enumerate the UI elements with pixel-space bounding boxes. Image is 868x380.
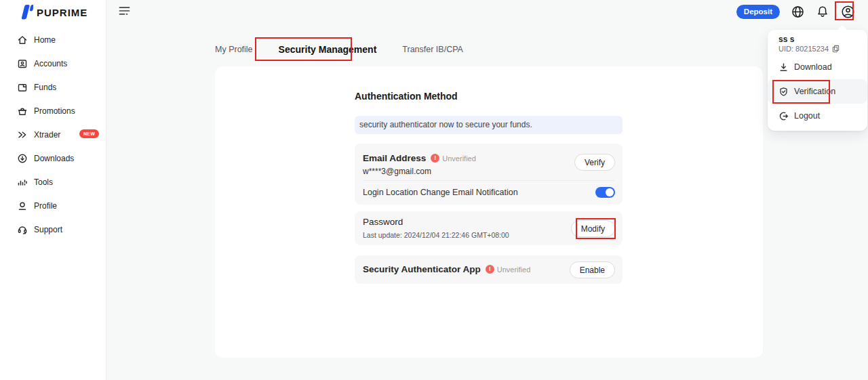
modify-button[interactable]: Modify — [571, 220, 615, 237]
email-status-badge: ! Unverified — [431, 154, 476, 163]
user-uid: UID: 80215234 — [778, 45, 829, 53]
password-title-row: Password — [363, 217, 403, 227]
funds-icon — [17, 82, 28, 93]
email-title-row: Email Address ! Unverified — [363, 153, 476, 163]
tab-my-profile[interactable]: My Profile — [215, 45, 261, 54]
email-status-text: Unverified — [442, 154, 476, 163]
menu-item-label: Logout — [794, 111, 820, 121]
collapse-menu-icon[interactable] — [119, 6, 130, 16]
password-last-update: Last update: 2024/12/04 21:22:46 GMT+08:… — [363, 231, 509, 239]
menu-item-download[interactable]: Download — [768, 55, 867, 79]
brand-logo[interactable]: PUPRIME — [19, 4, 87, 20]
profile-tabs: My Profile Security Management Transfer … — [215, 37, 471, 61]
download-icon — [778, 62, 789, 72]
sidebar-item-label: Downloads — [34, 154, 74, 163]
divider — [363, 180, 614, 181]
password-section: Password Last update: 2024/12/04 21:22:4… — [355, 211, 623, 245]
xtrader-icon — [17, 129, 28, 140]
user-menu-items: Download Verification Logout — [768, 55, 867, 128]
sidebar-item-funds[interactable]: Funds — [0, 75, 106, 99]
verify-button[interactable]: Verify — [574, 154, 615, 171]
sidebar-item-label: Accounts — [34, 59, 67, 68]
new-badge: NEW — [79, 129, 99, 138]
tab-security-management[interactable]: Security Management — [261, 44, 395, 55]
security-management-panel: Authentication Method security authentic… — [215, 66, 763, 358]
tools-icon — [17, 177, 28, 188]
menu-item-verification[interactable]: Verification — [768, 79, 867, 104]
security-banner: security authenticator now to secure you… — [355, 116, 623, 134]
enable-button[interactable]: Enable — [570, 261, 615, 278]
section-heading: Authentication Method — [355, 91, 458, 102]
password-title: Password — [363, 217, 403, 227]
sidebar-item-downloads[interactable]: Downloads — [0, 146, 106, 170]
globe-icon[interactable] — [790, 4, 805, 19]
menu-item-label: Verification — [794, 87, 835, 96]
sidebar-item-label: Home — [34, 35, 56, 45]
profile-icon — [17, 200, 28, 211]
sidebar-item-label: Promotions — [34, 106, 75, 116]
user-name: ss s — [778, 35, 794, 44]
sidebar-item-label: Profile — [34, 201, 57, 211]
authenticator-title: Security Authenticator App — [363, 264, 481, 274]
deposit-button[interactable]: Deposit — [736, 5, 780, 19]
dropdown-caret — [837, 25, 847, 35]
email-section: Email Address ! Unverified w****3@gmail.… — [355, 144, 623, 205]
authenticator-title-row: Security Authenticator App ! Unverified — [363, 264, 530, 274]
sidebar-item-label: Support — [34, 225, 62, 234]
user-uid-row: UID: 80215234 — [778, 45, 840, 53]
avatar-icon[interactable] — [840, 4, 855, 19]
sidebar-item-promotions[interactable]: Promotions — [0, 99, 106, 123]
bell-icon[interactable] — [815, 4, 830, 19]
login-notification-label: Login Location Change Email Notification — [363, 188, 518, 197]
sidebar-item-accounts[interactable]: Accounts — [0, 51, 106, 75]
topbar-actions: Deposit — [736, 4, 855, 19]
sidebar-item-home[interactable]: Home — [0, 28, 106, 51]
user-dropdown-menu: ss s UID: 80215234 Download Verification — [768, 30, 867, 131]
sidebar-nav: Home Accounts Funds Promotions — [0, 28, 106, 241]
logout-icon — [778, 111, 789, 121]
email-value: w****3@gmail.com — [363, 167, 431, 176]
sidebar-item-support[interactable]: Support — [0, 217, 106, 241]
authenticator-status-text: Unverified — [497, 266, 531, 274]
promotions-icon — [17, 106, 28, 117]
shield-check-icon — [778, 87, 789, 97]
sidebar-item-profile[interactable]: Profile — [0, 194, 106, 217]
sidebar-item-label: Funds — [34, 83, 56, 92]
authenticator-status-badge: ! Unverified — [486, 265, 531, 274]
page: PUPRIME Home Accounts Funds — [0, 0, 868, 380]
sidebar-item-tools[interactable]: Tools — [0, 170, 106, 194]
exclamation-icon: ! — [431, 154, 439, 163]
authenticator-section: Security Authenticator App ! Unverified … — [355, 255, 623, 284]
sidebar: PUPRIME Home Accounts Funds — [0, 0, 106, 380]
brand-name: PUPRIME — [37, 7, 87, 18]
email-title: Email Address — [363, 153, 426, 163]
sidebar-item-label: Xtrader — [34, 130, 60, 140]
copy-icon[interactable] — [832, 45, 840, 53]
menu-item-logout[interactable]: Logout — [768, 104, 867, 128]
accounts-icon — [17, 58, 28, 69]
login-notification-toggle[interactable] — [595, 187, 615, 198]
exclamation-icon: ! — [486, 265, 494, 274]
tab-transfer-ib-cpa[interactable]: Transfer IB/CPA — [394, 45, 471, 54]
sidebar-item-label: Tools — [34, 177, 53, 187]
support-icon — [17, 224, 28, 235]
menu-item-label: Download — [794, 62, 832, 72]
sidebar-item-xtrader[interactable]: Xtrader NEW — [0, 123, 106, 146]
puprime-logo-icon — [19, 4, 33, 20]
downloads-icon — [17, 153, 28, 164]
home-icon — [17, 35, 28, 45]
